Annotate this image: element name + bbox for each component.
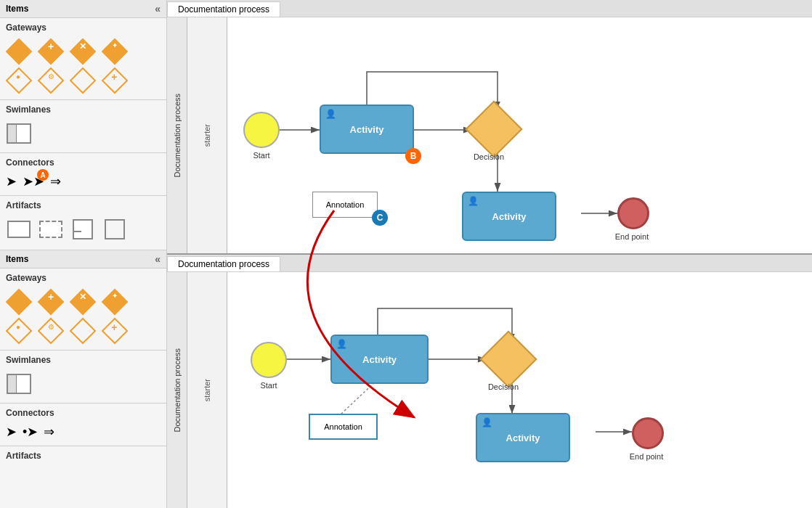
bottom-canvas[interactable]: Documentation process starter [167, 272, 812, 508]
top-annotation-label: Annotation [326, 200, 365, 209]
bottom-tab[interactable]: Documentation process [167, 256, 280, 271]
top-tab-bar: Documentation process [167, 0, 812, 17]
gateway-diamond-circle[interactable]: ● [6, 67, 32, 94]
bottom-activity1-user-icon: 👤 [336, 339, 347, 349]
s2-gateway-gear[interactable]: ⚙ [38, 318, 64, 344]
second-items-panel: Items « Gateways + ✕ ✦ ● ⚙ + Swimlanes C [0, 250, 167, 508]
s2-gateway-plus-outline[interactable]: + [102, 318, 128, 344]
connector-badge-a: A [37, 169, 49, 181]
bottom-swim-lane: starter [187, 272, 227, 508]
gateways-title: Gateways [0, 18, 166, 36]
top-end-node[interactable] [617, 197, 649, 229]
diagrams-area: Documentation process Documentation proc… [167, 0, 812, 508]
top-activity1-label: Activity [350, 124, 384, 135]
s2-connector-solid[interactable]: ➤ [6, 424, 17, 440]
bottom-activity1-label: Activity [362, 354, 397, 365]
s2-gateway-x[interactable]: ✕ [70, 289, 96, 315]
bottom-start-label: Start [251, 381, 287, 390]
top-decision[interactable] [474, 109, 514, 149]
bottom-annotation[interactable]: Annotation [309, 414, 378, 440]
top-canvas[interactable]: Documentation process starter [167, 17, 812, 253]
collapse-button[interactable]: « [155, 3, 161, 15]
bottom-swim-outer-label: Documentation process [167, 272, 187, 508]
bottom-activity2-label: Activity [506, 433, 540, 443]
top-activity2-label: Activity [492, 211, 527, 222]
artifact-rect[interactable] [6, 216, 32, 242]
left-panel: Items « Gateways + ✕ ✦ ● ⚙ + Swimlanes [0, 0, 167, 250]
artifact-rect-dash[interactable] [38, 216, 64, 242]
gateway-diamond-x[interactable]: ✕ [70, 38, 96, 65]
connectors-row: ➤ ➤➤ A ⇒ [0, 171, 166, 195]
panel-header: Items « [0, 0, 166, 18]
main-container: Items « Gateways + ✕ ✦ ● ⚙ + Swimlanes [0, 0, 812, 508]
top-end-label: End point [610, 232, 654, 241]
top-swim-lane: starter [187, 17, 227, 253]
bottom-end-label: End point [625, 452, 668, 461]
top-annotation[interactable]: Annotation [312, 192, 378, 218]
top-swim-lane-text: starter [203, 124, 211, 147]
top-diagram-panel: Documentation process Documentation proc… [167, 0, 812, 255]
s2-gateway-star[interactable]: ✦ [102, 289, 128, 315]
bottom-activity1[interactable]: 👤 Activity [330, 335, 429, 384]
gateway-diamond-gear[interactable]: ⚙ [38, 67, 64, 94]
connector-open-arrow[interactable]: ⇒ [50, 173, 61, 189]
top-start-label: Start [243, 151, 280, 160]
top-activity2-user-icon: 👤 [468, 196, 479, 206]
s2-gateway-plus[interactable]: + [38, 289, 64, 315]
s2-gateway-circle[interactable]: ● [6, 318, 32, 344]
second-gateways-grid: + ✕ ✦ ● ⚙ + [0, 286, 166, 350]
gateways-grid: + ✕ ✦ ● ⚙ + [0, 36, 166, 99]
badge-b: B [405, 148, 421, 164]
gateway-diamond-plus-outline[interactable]: + [102, 67, 128, 94]
s2-connector-open[interactable]: ⇒ [44, 424, 54, 440]
gateway-diamond-star[interactable]: ✦ [102, 38, 128, 65]
connector-badge-item[interactable]: ➤➤ A [23, 173, 44, 189]
artifacts-grid [0, 213, 166, 248]
artifacts-title: Artifacts [0, 196, 166, 213]
bottom-start-node[interactable] [251, 342, 287, 378]
second-gateways-title: Gateways [0, 269, 166, 286]
bottom-swim-lane-text: starter [203, 379, 211, 401]
top-tab[interactable]: Documentation process [167, 1, 280, 17]
s2-connectors-row: ➤ •➤ ⇒ [0, 421, 166, 446]
top-activity1-user-icon: 👤 [325, 109, 336, 119]
bottom-diagram-panel: Documentation process Documentation proc… [167, 255, 812, 508]
second-collapse-button[interactable]: « [155, 253, 161, 265]
s2-connectors-title: Connectors [0, 403, 166, 421]
bottom-annotation-label: Annotation [324, 422, 362, 431]
bottom-swim-outer-text: Documentation process [173, 348, 182, 433]
swimlanes-title: Swimlanes [0, 100, 166, 118]
bottom-decision[interactable] [488, 339, 529, 380]
bottom-activity2[interactable]: 👤 Activity [476, 413, 570, 462]
panel-title: Items [6, 4, 28, 14]
top-activity2[interactable]: 👤 Activity [462, 192, 556, 241]
bottom-activity2-user-icon: 👤 [482, 417, 492, 427]
top-decision-label: Decision [463, 152, 514, 161]
top-swim-outer-text: Documentation process [173, 94, 182, 178]
s2-swimlane[interactable] [6, 371, 32, 397]
bottom-tab-bar: Documentation process [167, 255, 812, 272]
artifact-paper2[interactable] [102, 216, 128, 242]
connector-solid-arrow[interactable]: ➤ [6, 173, 17, 189]
gateway-diamond-o[interactable] [70, 67, 96, 94]
s2-gateway-diamond[interactable] [6, 289, 32, 315]
artifact-paper1[interactable] [70, 216, 96, 242]
gateway-diamond-plus[interactable]: + [38, 38, 64, 65]
top-swim-outer-label: Documentation process [167, 17, 187, 253]
top-start-node[interactable] [243, 112, 280, 148]
second-panel-title: Items [6, 254, 28, 264]
s2-connector-double[interactable]: •➤ [23, 424, 38, 440]
svg-line-12 [341, 380, 378, 414]
top-activity1[interactable]: 👤 Activity [320, 105, 414, 154]
s2-swimlanes-title: Swimlanes [0, 351, 166, 368]
badge-c: C [372, 210, 388, 226]
bottom-decision-label: Decision [478, 382, 529, 391]
swimlane-shape[interactable] [6, 120, 32, 147]
s2-artifacts-title: Artifacts [0, 446, 166, 464]
connectors-title: Connectors [0, 153, 166, 171]
second-panel-header: Items « [0, 250, 166, 269]
bottom-end-node[interactable] [632, 417, 664, 449]
s2-gateway-o[interactable] [70, 318, 96, 344]
gateway-diamond[interactable] [6, 38, 32, 65]
